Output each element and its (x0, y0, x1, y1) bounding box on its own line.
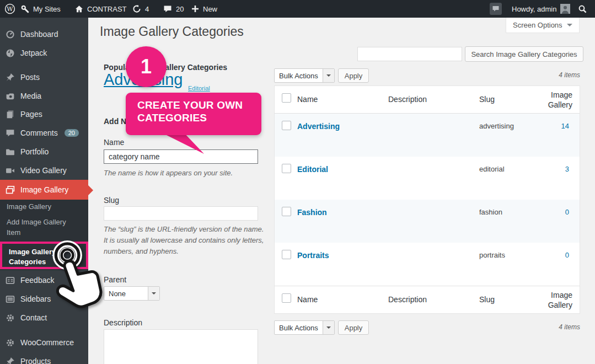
step-badge: 1 (126, 46, 167, 87)
wp-logo-menu[interactable]: W (4, 0, 15, 18)
callout-text: CREATE YOUR OWN CATEGORIES (137, 99, 243, 124)
screen-options-tab[interactable]: Screen Options (506, 18, 580, 33)
image-gallery-icon (6, 185, 15, 195)
sidebar-item-label: Media (20, 92, 41, 100)
categories-table: Name Description Slug Image Gallery Adve… (274, 85, 580, 314)
updates-menu[interactable]: 4 (132, 0, 149, 18)
search-categories-input[interactable] (357, 47, 462, 61)
select-all-checkbox[interactable] (282, 93, 291, 103)
sidebar-item-label: Video Gallery (20, 166, 67, 175)
home-icon (75, 5, 83, 13)
page-title: Image Gallery Categories (100, 24, 244, 39)
category-name-link[interactable]: Portraits (297, 251, 329, 260)
comments-menu[interactable]: 20 (163, 0, 184, 18)
column-header-name[interactable]: Name (297, 95, 318, 104)
row-checkbox[interactable] (282, 121, 291, 130)
sidebar-item-label: Image Gallery (20, 185, 68, 194)
bulk-actions-select[interactable]: Bulk Actions (274, 68, 335, 83)
sidebar-item-woocommerce[interactable]: WooCommerce (0, 334, 88, 351)
caret-down-icon (567, 24, 572, 26)
row-checkbox[interactable] (282, 250, 291, 259)
sidebar-item-image-gallery[interactable]: Image Gallery (0, 180, 88, 200)
media-icon (6, 92, 15, 101)
select-arrow-icon (323, 321, 334, 334)
page-root: W My Sites CONTRAST 4 20 New Howdy, admi… (0, 0, 595, 364)
description-label: Description (104, 318, 142, 327)
category-name-link[interactable]: Editorial (297, 165, 328, 174)
sidebar-item-comments[interactable]: Comments 20 (0, 124, 88, 142)
name-label: Name (104, 138, 124, 147)
slug-help-text: The “slug” is the URL-friendly version o… (104, 224, 267, 257)
column-footer-image-gallery[interactable]: Image Gallery (536, 290, 572, 310)
screen-options-label: Screen Options (513, 21, 562, 29)
submenu-item-label: Add Image Gallery Item (7, 218, 66, 237)
row-checkbox[interactable] (282, 164, 291, 173)
category-count-link[interactable]: 3 (514, 165, 569, 173)
site-name-label: CONTRAST (87, 5, 127, 13)
category-count-link[interactable]: 14 (514, 122, 569, 130)
gear-icon (6, 313, 15, 323)
sidebar-item-pages[interactable]: Pages (0, 105, 88, 123)
submenu-item-image-gallery[interactable]: Image Gallery (0, 202, 88, 215)
apply-button[interactable]: Apply (338, 68, 369, 83)
site-menu[interactable]: CONTRAST (75, 0, 127, 18)
new-menu[interactable]: New (191, 0, 217, 18)
table-footer-row: Name Description Slug Image Gallery (275, 286, 580, 313)
row-checkbox[interactable] (282, 207, 291, 216)
my-sites-menu[interactable]: My Sites (21, 0, 61, 18)
parent-label: Parent (104, 275, 126, 284)
category-slug: fashion (479, 208, 502, 216)
column-footer-name[interactable]: Name (297, 295, 318, 304)
column-header-description[interactable]: Description (388, 95, 427, 104)
howdy-label: Howdy, admin (512, 5, 556, 13)
chat-notification-icon (490, 3, 502, 15)
category-name-link[interactable]: Advertising (297, 122, 340, 131)
sidebar-item-label: Comments (20, 129, 58, 137)
admin-search[interactable] (578, 0, 587, 18)
chat-notification[interactable] (490, 0, 502, 18)
sidebars-icon (6, 295, 15, 304)
description-textarea[interactable] (104, 329, 258, 364)
column-header-image-gallery[interactable]: Image Gallery (536, 90, 572, 110)
parent-select-value: None (104, 290, 148, 298)
comments-count-badge: 20 (65, 129, 79, 137)
sidebar-item-jetpack[interactable]: Jetpack (0, 44, 88, 62)
pin-icon (6, 357, 15, 364)
tag-cloud-link-editorial[interactable]: Editorial (188, 85, 210, 92)
select-all-checkbox[interactable] (282, 293, 291, 303)
sidebar-item-label: WooCommerce (20, 338, 74, 347)
parent-select[interactable]: None (104, 286, 160, 301)
updates-count: 4 (145, 5, 149, 13)
sidebar-item-portfolio[interactable]: Portfolio (0, 143, 88, 160)
search-categories-button[interactable]: Search Image Gallery Categories (465, 46, 583, 62)
sidebar-item-label: Contact (20, 313, 47, 322)
sidebar-item-video-gallery[interactable]: Video Gallery (0, 162, 88, 179)
sidebar-item-label: Posts (20, 73, 40, 82)
account-menu[interactable]: Howdy, admin (512, 0, 570, 18)
column-header-slug[interactable]: Slug (479, 95, 495, 104)
sidebar-item-dashboard[interactable]: Dashboard (0, 25, 88, 43)
column-footer-description[interactable]: Description (388, 295, 427, 304)
name-help-text: The name is how it appears on your site. (104, 168, 233, 179)
admin-bar: W My Sites CONTRAST 4 20 New Howdy, admi… (0, 0, 595, 18)
category-name-link[interactable]: Fashion (297, 208, 327, 217)
sidebar-item-posts[interactable]: Posts (0, 68, 88, 86)
column-footer-slug[interactable]: Slug (479, 295, 495, 304)
apply-button-bottom[interactable]: Apply (338, 320, 369, 335)
table-row: Fashion fashion 0 (275, 200, 580, 243)
slug-input[interactable] (104, 206, 258, 221)
sidebar-item-label: Portfolio (20, 147, 49, 156)
callout-bubble: CREATE YOUR OWN CATEGORIES (126, 93, 261, 135)
category-count-link[interactable]: 0 (514, 208, 569, 216)
table-row: Portraits portraits 0 (275, 243, 580, 286)
table-row: Editorial editorial 3 (275, 157, 580, 200)
sidebar-item-media[interactable]: Media (0, 87, 88, 105)
sidebar-item-products[interactable]: Products (0, 352, 88, 364)
items-count: 4 items (525, 71, 580, 79)
my-sites-label: My Sites (33, 5, 61, 13)
comment-icon (163, 5, 172, 13)
bulk-actions-select-bottom[interactable]: Bulk Actions (274, 320, 335, 335)
portfolio-icon (6, 147, 15, 157)
category-count-link[interactable]: 0 (514, 251, 569, 259)
wrench-icon (21, 5, 29, 13)
